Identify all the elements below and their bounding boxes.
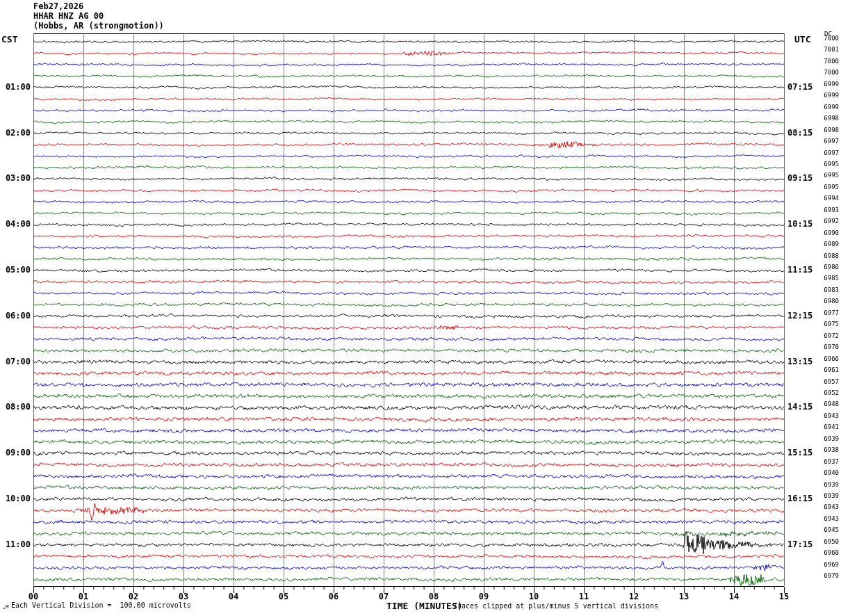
utc-hour-label: 10:15 — [787, 219, 813, 229]
footer-scale-note: Each Vertical Division = 100.00 microvol… — [11, 601, 191, 609]
dc-value: 6990 — [821, 229, 839, 236]
dc-value: 6950 — [821, 538, 839, 545]
utc-hour-label: 08:15 — [787, 128, 813, 138]
title-location: (Hobbs, AR (strongmotion)) — [33, 21, 164, 31]
dc-value: 6943 — [821, 515, 839, 522]
right-axis-header: UTC — [794, 34, 810, 44]
x-tick-label: 01 — [70, 592, 97, 601]
dc-value: 6940 — [821, 469, 839, 476]
dc-value: 6993 — [821, 206, 839, 213]
dc-value: 7001 — [821, 46, 839, 53]
dc-value: 6979 — [821, 572, 839, 579]
utc-hour-label: 16:15 — [787, 494, 813, 503]
footer-clip-note: Traces clipped at plus/minus 5 vertical … — [453, 602, 658, 610]
x-tick-label: 07 — [370, 592, 398, 601]
dc-value: 6999 — [821, 81, 839, 88]
x-tick-label: 00 — [19, 592, 47, 601]
x-tick-label: 02 — [120, 592, 147, 601]
x-tick-label: 12 — [620, 592, 648, 601]
dc-value: 6985 — [821, 275, 839, 282]
dc-value: 6997 — [821, 138, 839, 145]
dc-value: 6980 — [821, 298, 839, 305]
x-tick-label: 06 — [320, 592, 348, 601]
dc-value: 6995 — [821, 161, 839, 168]
dc-value: 6995 — [821, 172, 839, 179]
dc-value: 6995 — [821, 184, 839, 191]
x-tick-label: 09 — [470, 592, 498, 601]
dc-value: 6972 — [821, 332, 839, 339]
utc-hour-label: 12:15 — [787, 311, 813, 321]
dc-value: 6960 — [821, 549, 839, 556]
dc-value: 7000 — [821, 35, 839, 42]
cst-hour-label: 08:00 — [0, 402, 31, 412]
dc-value: 6948 — [821, 400, 839, 407]
cst-hour-label: 01:00 — [0, 82, 31, 92]
dc-value: 6998 — [821, 127, 839, 133]
dc-value: 6992 — [821, 218, 839, 225]
cst-hour-label: 09:00 — [0, 448, 31, 457]
dc-value: 6977 — [821, 309, 839, 316]
utc-hour-label: 13:15 — [787, 357, 813, 366]
cst-hour-label: 02:00 — [0, 128, 31, 138]
dc-value: 7000 — [821, 69, 839, 76]
left-axis-header: CST — [1, 34, 17, 44]
cst-hour-label: 05:00 — [0, 265, 31, 275]
dc-value: 6957 — [821, 378, 839, 385]
title-station: HHAR HNZ AG 00 — [33, 11, 104, 21]
x-tick-label: 14 — [720, 592, 748, 601]
dc-value: 6939 — [821, 492, 839, 499]
cst-hour-label: 04:00 — [0, 219, 31, 229]
seismogram-canvas — [0, 0, 841, 616]
cst-hour-label: 07:00 — [0, 357, 31, 366]
dc-value: 6952 — [821, 389, 839, 396]
dc-value: 6999 — [821, 104, 839, 111]
dc-value: 6939 — [821, 435, 839, 442]
dc-value: 6997 — [821, 149, 839, 156]
dc-value: 6986 — [821, 264, 839, 270]
cst-hour-label: 03:00 — [0, 173, 31, 183]
dc-value: 6937 — [821, 458, 839, 465]
dc-value: 6999 — [821, 92, 839, 99]
dc-value: 6943 — [821, 412, 839, 419]
cst-hour-label: 11:00 — [0, 540, 31, 549]
logo-glyph: „M — [3, 604, 8, 610]
utc-hour-label: 14:15 — [787, 402, 813, 412]
dc-value: 6988 — [821, 252, 839, 259]
utc-hour-label: 09:15 — [787, 173, 813, 183]
x-tick-label: 11 — [570, 592, 598, 601]
dc-value: 6966 — [821, 355, 839, 362]
title-date: Feb27,2026 — [33, 1, 83, 11]
dc-value: 6975 — [821, 321, 839, 327]
cst-hour-label: 06:00 — [0, 311, 31, 321]
x-tick-label: 13 — [670, 592, 698, 601]
x-tick-label: 10 — [520, 592, 548, 601]
x-tick-label: 05 — [270, 592, 297, 601]
x-tick-label: 08 — [420, 592, 448, 601]
dc-value: 6941 — [821, 423, 839, 430]
dc-value: 6970 — [821, 343, 839, 350]
x-tick-label: 15 — [770, 592, 798, 601]
x-axis-title: TIME (MINUTES) — [386, 601, 463, 611]
dc-value: 6939 — [821, 481, 839, 488]
dc-value: 6994 — [821, 195, 839, 202]
dc-value: 6969 — [821, 561, 839, 568]
utc-hour-label: 07:15 — [787, 82, 813, 92]
utc-hour-label: 17:15 — [787, 540, 813, 549]
utc-hour-label: 11:15 — [787, 265, 813, 275]
cst-hour-label: 10:00 — [0, 494, 31, 503]
dc-value: 6938 — [821, 446, 839, 453]
utc-hour-label: 15:15 — [787, 448, 813, 457]
dc-value: 7000 — [821, 58, 839, 65]
dc-value: 6989 — [821, 241, 839, 248]
dc-value: 6983 — [821, 286, 839, 293]
dc-value: 6961 — [821, 366, 839, 373]
dc-value: 6943 — [821, 503, 839, 510]
dc-value: 6945 — [821, 526, 839, 533]
dc-value: 6998 — [821, 115, 839, 122]
x-tick-label: 03 — [170, 592, 197, 601]
x-tick-label: 04 — [220, 592, 247, 601]
helicorder-page: Feb27,2026 HHAR HNZ AG 00 (Hobbs, AR (st… — [0, 0, 841, 616]
